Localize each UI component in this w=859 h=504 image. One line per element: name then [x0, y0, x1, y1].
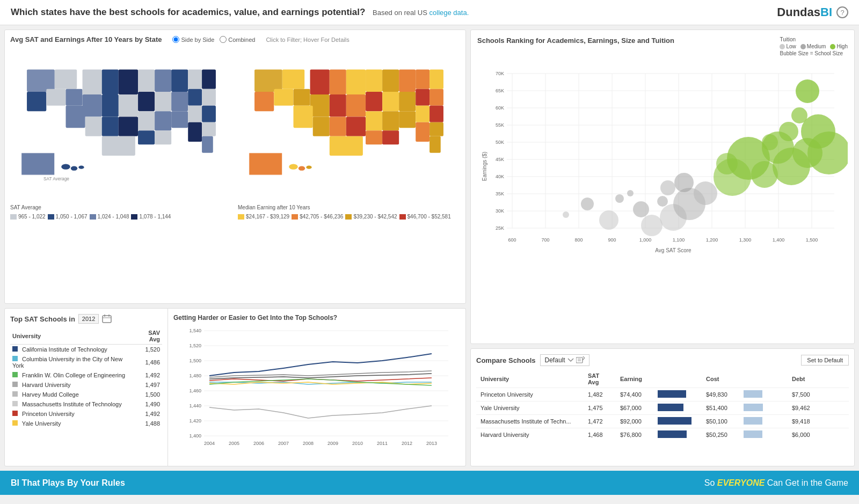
svg-rect-20 — [202, 89, 216, 106]
compare-schools-card: Compare Schools Default Set to Default — [470, 348, 855, 466]
svg-point-160 — [599, 210, 618, 230]
compare-earning-bar — [653, 415, 702, 428]
map-card-header: Avg SAT and Earnings After 10 Years by S… — [10, 35, 460, 43]
svg-rect-67 — [430, 122, 443, 136]
school-row[interactable]: Columbia University in the City of New Y… — [10, 354, 162, 370]
svg-rect-22 — [188, 106, 202, 122]
compare-earning-val: $76,800 — [616, 428, 653, 442]
set-default-button[interactable]: Set to Default — [801, 355, 849, 366]
help-icon[interactable]: ? — [836, 6, 848, 18]
compare-cost-val: $50,100 — [702, 415, 739, 428]
sat-legend-item-1: 965 - 1,022 — [10, 214, 46, 220]
svg-rect-68 — [366, 111, 382, 130]
svg-rect-11 — [138, 70, 155, 92]
svg-rect-52 — [346, 94, 366, 116]
school-avg: 1,500 — [134, 390, 162, 399]
svg-rect-47 — [310, 70, 330, 95]
compare-sat: 1,472 — [584, 415, 616, 428]
legend-bubble-size: Bubble Size = School Size — [780, 50, 848, 56]
year-badge[interactable]: 2012 — [78, 314, 99, 324]
svg-rect-66 — [416, 122, 430, 142]
svg-rect-6 — [102, 70, 119, 95]
school-row[interactable]: Harvey Mudd College 1,500 — [10, 390, 162, 399]
svg-rect-45 — [274, 89, 293, 106]
bubble-chart-svg: Earnings ($) 70K 65K 60K 55K 50K 45K 40K… — [477, 59, 848, 268]
sat-legend-item-3: 1,024 - 1,048 — [90, 214, 129, 220]
logo-text: DundasBI — [777, 5, 832, 19]
school-row[interactable]: Massachusetts Institute of Technology 1,… — [10, 399, 162, 409]
svg-rect-53 — [366, 70, 382, 92]
legend-medium: Medium — [800, 43, 826, 49]
svg-point-161 — [641, 215, 663, 236]
college-data-link[interactable]: college data. — [430, 9, 469, 17]
compare-row[interactable]: Princeton University 1,482 $74,400 $49,8… — [476, 388, 849, 401]
svg-rect-72 — [294, 106, 313, 128]
compare-row[interactable]: Massachusetts Institute of Techn... 1,47… — [476, 415, 849, 428]
compare-earning-val: $74,400 — [616, 388, 653, 401]
svg-rect-35 — [202, 136, 213, 153]
svg-rect-0 — [27, 70, 55, 92]
compare-university: Massachusetts Institute of Techn... — [476, 415, 584, 428]
svg-text:2013: 2013 — [426, 441, 437, 446]
map-card: Avg SAT and Earnings After 10 Years by S… — [4, 30, 466, 304]
svg-rect-33 — [119, 116, 138, 136]
svg-text:2005: 2005 — [229, 441, 239, 446]
school-row[interactable]: California Institute of Technology 1,520 — [10, 345, 162, 355]
radio-combined[interactable]: Combined — [220, 36, 255, 43]
compare-row[interactable]: Harvard University 1,468 $76,800 $50,250… — [476, 428, 849, 442]
svg-text:Avg SAT Score: Avg SAT Score — [655, 247, 691, 253]
earnings-map: Median Earning after 10 Years $24,167 - … — [238, 48, 460, 220]
school-name: Columbia University in the City of New Y… — [10, 354, 134, 370]
compare-cost-val: $50,250 — [702, 428, 739, 442]
svg-rect-10 — [119, 94, 138, 116]
svg-text:55K: 55K — [496, 122, 504, 128]
school-row[interactable]: Yale University 1,488 — [10, 419, 162, 428]
svg-rect-69 — [382, 111, 399, 130]
svg-text:900: 900 — [608, 237, 616, 243]
school-avg: 1,497 — [134, 380, 162, 390]
radio-side-by-side[interactable]: Side by Side — [172, 36, 214, 43]
compare-row[interactable]: Yale University 1,475 $67,000 $51,400 $9… — [476, 401, 849, 415]
compare-sat: 1,468 — [584, 428, 616, 442]
compare-col-earning: Earning — [616, 370, 702, 388]
sat-map-svg: SAT Average — [10, 48, 232, 202]
compare-cost-bar — [739, 401, 788, 415]
footer: BI That Plays By Your Rules So EVERYONE … — [0, 471, 859, 495]
svg-rect-76 — [330, 136, 363, 156]
svg-text:SAT Average: SAT Average — [43, 177, 69, 182]
svg-rect-30 — [66, 106, 85, 128]
svg-rect-83 — [103, 316, 111, 323]
sat-legend-item-4: 1,078 - 1,144 — [131, 214, 171, 220]
svg-rect-3 — [46, 89, 65, 106]
svg-rect-19 — [202, 70, 216, 89]
svg-point-173 — [796, 79, 819, 103]
compare-dropdown[interactable]: Default — [540, 354, 589, 366]
compare-sat: 1,482 — [584, 388, 616, 401]
svg-rect-75 — [346, 116, 366, 136]
svg-rect-60 — [416, 89, 430, 106]
svg-rect-59 — [416, 70, 430, 89]
school-name: California Institute of Technology — [10, 345, 134, 355]
school-avg: 1,490 — [134, 399, 162, 409]
svg-point-158 — [657, 196, 668, 207]
svg-text:40K: 40K — [496, 174, 504, 179]
school-row[interactable]: Harvard University 1,497 — [10, 380, 162, 390]
earnings-legend: Median Earning after 10 Years $24,167 - … — [238, 204, 460, 220]
svg-rect-77 — [430, 136, 441, 153]
compare-earning-bar — [653, 428, 702, 442]
school-row[interactable]: Franklin W. Olin College of Engineering … — [10, 370, 162, 380]
bubble-chart-title: Schools Ranking for Academics, Earnings,… — [477, 36, 674, 45]
compare-cost-bar — [739, 388, 788, 401]
sat-legend-title: SAT Average — [10, 204, 232, 210]
svg-text:1,500: 1,500 — [806, 237, 818, 243]
svg-text:2010: 2010 — [352, 441, 363, 446]
school-name: Massachusetts Institute of Technology — [10, 399, 134, 409]
compare-debt: $6,000 — [788, 428, 849, 442]
compare-earning-val: $92,000 — [616, 415, 653, 428]
svg-rect-42 — [254, 70, 282, 92]
school-row[interactable]: Princeton University 1,492 — [10, 409, 162, 419]
bottom-left-container: Top SAT Schools in 2012 University SAV A… — [4, 308, 466, 466]
svg-rect-13 — [171, 70, 188, 92]
svg-text:70K: 70K — [496, 71, 504, 76]
svg-rect-26 — [138, 111, 155, 130]
